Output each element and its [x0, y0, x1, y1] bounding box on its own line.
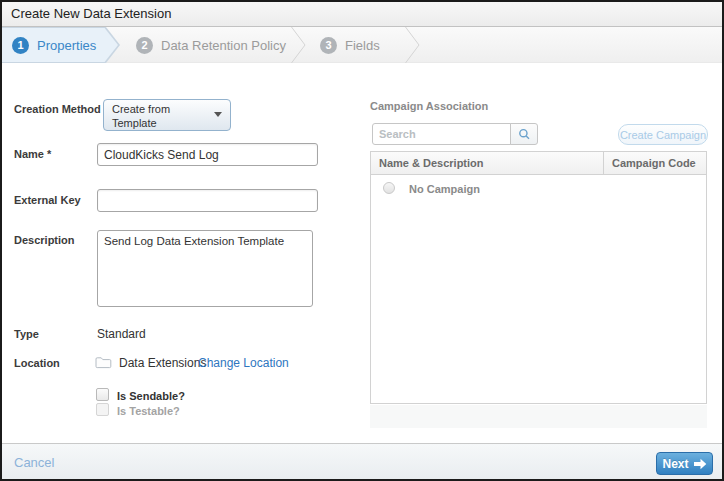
step-label: Data Retention Policy — [161, 38, 286, 53]
campaign-search-input[interactable] — [372, 123, 511, 145]
name-label: Name * — [14, 148, 51, 160]
external-key-label: External Key — [14, 194, 81, 206]
wizard-step-bar: 1 Properties 2 Data Retention Policy 3 F… — [2, 27, 722, 63]
step-number-badge: 1 — [12, 37, 29, 54]
next-button-label: Next — [662, 457, 688, 471]
is-sendable-checkbox[interactable] — [96, 388, 109, 401]
campaign-association-title: Campaign Association — [370, 100, 488, 112]
step-number-badge: 2 — [136, 37, 153, 54]
change-location-link[interactable]: Change Location — [198, 356, 289, 370]
title-bar: Create New Data Extension — [2, 2, 722, 27]
step-separator-chevron — [291, 27, 307, 63]
description-label: Description — [14, 234, 75, 246]
arrow-right-icon — [694, 458, 707, 470]
campaign-table-footer — [370, 405, 707, 428]
location-value: Data Extensions — [119, 356, 206, 370]
campaign-table-header: Name & Description Campaign Code — [371, 152, 706, 175]
campaign-table: Name & Description Campaign Code No Camp… — [370, 151, 707, 404]
search-button[interactable] — [510, 123, 538, 145]
type-label: Type — [14, 328, 39, 340]
next-button[interactable]: Next — [656, 452, 713, 475]
external-key-field[interactable] — [97, 189, 318, 212]
campaign-row-name: No Campaign — [409, 183, 480, 195]
tab-step-fields[interactable]: 3 Fields — [320, 27, 380, 63]
step-number-badge: 3 — [320, 37, 337, 54]
description-field[interactable]: Send Log Data Extension Template — [97, 230, 313, 307]
chevron-down-icon — [214, 112, 222, 117]
step-label: Properties — [37, 38, 96, 53]
creation-method-value: Create from Template — [112, 103, 170, 129]
no-campaign-radio[interactable] — [383, 182, 395, 194]
creation-method-label: Creation Method — [14, 103, 101, 115]
create-data-extension-dialog: Create New Data Extension 1 Properties 2… — [0, 0, 724, 481]
tab-step-properties[interactable]: 1 Properties — [12, 27, 96, 63]
creation-method-dropdown[interactable]: Create from Template — [103, 99, 231, 131]
is-sendable-label: Is Sendable? — [117, 390, 185, 402]
column-header-campaign-code: Campaign Code — [604, 152, 706, 174]
folder-icon — [95, 355, 112, 369]
step-separator-chevron — [405, 27, 421, 63]
footer-bar: Cancel Next — [2, 443, 722, 479]
location-label: Location — [14, 357, 60, 369]
is-testable-label: Is Testable? — [117, 405, 180, 417]
tab-step-data-retention-policy[interactable]: 2 Data Retention Policy — [136, 27, 286, 63]
table-row[interactable]: No Campaign — [371, 175, 706, 201]
step-label: Fields — [345, 38, 380, 53]
type-value: Standard — [97, 327, 146, 341]
name-field[interactable] — [97, 143, 318, 166]
column-header-name-description: Name & Description — [371, 152, 604, 174]
search-icon — [518, 128, 531, 141]
create-campaign-button[interactable]: Create Campaign — [618, 124, 708, 145]
cancel-link[interactable]: Cancel — [14, 455, 54, 470]
is-testable-checkbox[interactable] — [96, 403, 109, 416]
page-title: Create New Data Extension — [11, 6, 171, 21]
